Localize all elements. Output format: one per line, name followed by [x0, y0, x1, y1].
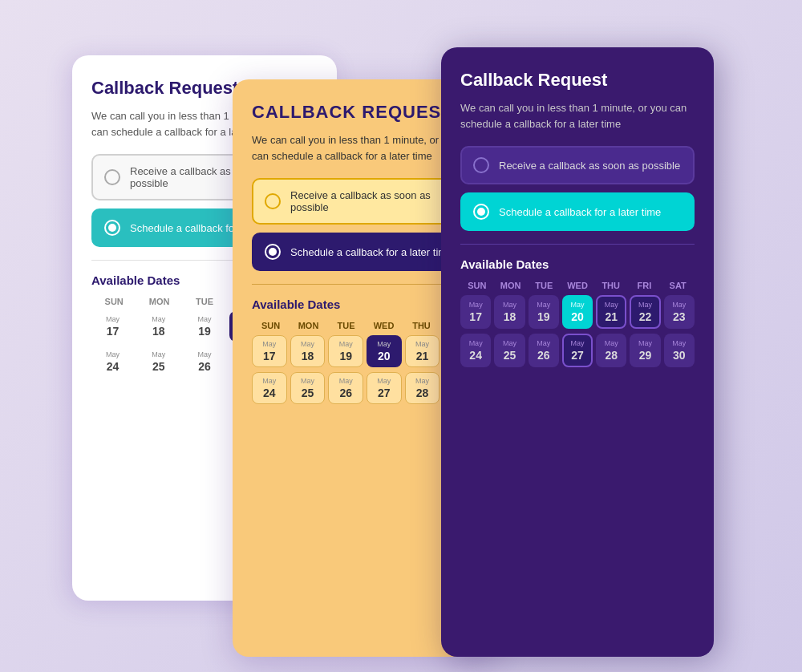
purple-cal-h2: MON [494, 281, 528, 290]
cal-cell[interactable]: May26 [183, 346, 225, 377]
orange-cal-h3: TUE [327, 321, 365, 330]
purple-cal-h7: SAT [661, 281, 695, 290]
cal-cell[interactable]: May17 [460, 295, 491, 329]
purple-option2-label: Schedule a callback for a later time [499, 206, 661, 218]
cal-cell[interactable]: May21 [405, 335, 440, 367]
cal-cell[interactable]: May25 [290, 372, 326, 404]
purple-cal-h5: THU [594, 281, 628, 290]
purple-radio1 [473, 157, 489, 173]
orange-radio2-dot [269, 248, 277, 256]
purple-cal-header: SUN MON TUE WED THU FRI SAT [460, 281, 695, 290]
purple-cal-row1: May17 May18 May19 May20 May21 May22 May2… [460, 295, 695, 329]
cal-cell[interactable]: May27 [562, 334, 593, 367]
purple-cal-h4: WED [561, 281, 594, 290]
white-radio2-dot [108, 224, 116, 232]
purple-divider [460, 244, 695, 245]
cal-cell[interactable]: May26 [328, 372, 363, 404]
cal-cell[interactable]: May19 [529, 295, 559, 329]
cal-cell[interactable]: May29 [630, 334, 660, 367]
white-cal-h2: MON [136, 297, 181, 306]
orange-cal-h2: MON [290, 321, 327, 330]
cal-cell[interactable]: May24 [460, 334, 491, 367]
purple-card-desc: We can call you in less than 1 minute, o… [460, 100, 695, 132]
orange-option2-label: Schedule a callback for a later time [290, 246, 452, 258]
cal-cell[interactable]: May27 [367, 372, 402, 404]
cal-cell[interactable]: May24 [91, 346, 134, 377]
cal-cell[interactable]: May18 [137, 311, 180, 342]
orange-cal-h4: WED [365, 321, 403, 330]
white-radio2 [104, 220, 120, 236]
purple-cal-h3: TUE [527, 281, 561, 290]
cal-cell[interactable]: May19 [328, 335, 363, 367]
white-radio1 [104, 169, 120, 185]
cal-cell[interactable]: May19 [183, 311, 225, 342]
cal-cell-selected[interactable]: May20 [367, 335, 402, 367]
purple-radio2-dot [477, 208, 485, 216]
card-purple: Callback Request We can call you in less… [441, 47, 714, 657]
cal-cell[interactable]: May25 [494, 334, 525, 367]
purple-calendar: SUN MON TUE WED THU FRI SAT May17 May18 … [460, 281, 695, 367]
cal-cell[interactable]: May28 [405, 372, 440, 404]
cal-cell[interactable]: May28 [596, 334, 626, 367]
purple-dates-title: Available Dates [460, 257, 695, 271]
cal-cell[interactable]: May22 [630, 295, 660, 329]
purple-cal-h6: FRI [628, 281, 662, 290]
purple-option1[interactable]: Receive a callback as soon as possible [460, 146, 695, 184]
cal-cell[interactable]: May17 [252, 335, 287, 367]
cal-cell[interactable]: May24 [252, 372, 287, 404]
cal-cell[interactable]: May25 [137, 346, 180, 377]
purple-cal-row2: May24 May25 May26 May27 May28 May29 May3… [460, 334, 695, 367]
orange-cal-h1: SUN [252, 321, 290, 330]
cal-cell[interactable]: May23 [664, 295, 695, 329]
cards-container: Callback Request We can call you in less… [72, 31, 730, 641]
purple-radio2 [473, 204, 489, 220]
cal-cell[interactable]: May26 [529, 334, 559, 367]
purple-cal-h1: SUN [460, 281, 494, 290]
cal-cell[interactable]: May17 [91, 311, 134, 342]
purple-option2[interactable]: Schedule a callback for a later time [460, 192, 695, 231]
purple-option1-label: Receive a callback as soon as possible [499, 160, 680, 172]
cal-cell[interactable]: May21 [596, 295, 626, 329]
orange-cal-h5: THU [403, 321, 440, 330]
white-cal-h1: SUN [91, 297, 136, 306]
orange-radio1 [265, 193, 281, 209]
purple-card-title: Callback Request [460, 70, 695, 91]
cal-cell[interactable]: May18 [290, 335, 326, 367]
orange-option1-label: Receive a callback as soon as possible [290, 189, 465, 213]
cal-cell[interactable]: May30 [664, 334, 695, 367]
cal-cell[interactable]: May18 [494, 295, 525, 329]
cal-cell-selected[interactable]: May20 [562, 295, 593, 329]
white-cal-h3: TUE [182, 297, 227, 306]
orange-radio2 [265, 244, 281, 260]
